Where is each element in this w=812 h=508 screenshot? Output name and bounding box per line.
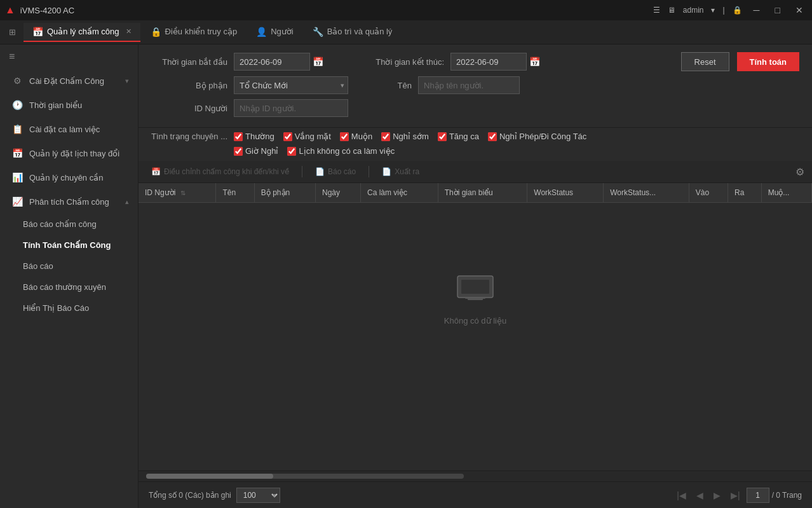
close-btn[interactable]: ✕ (792, 4, 807, 17)
tab-attendance-close[interactable]: ✕ (126, 27, 132, 36)
end-date-input[interactable] (450, 53, 527, 71)
sidebar-toggle[interactable]: ≡ (0, 45, 138, 69)
col-bo-phan[interactable]: Bộ phận (254, 183, 315, 203)
sidebar-item-bao-cao-label: Báo cáo (23, 261, 53, 271)
sidebar-item-hien-thi-bao-cao-label: Hiển Thị Báo Cáo (23, 303, 89, 313)
checkbox-lich-khong-co-label: Lịch không có ca làm việc (299, 146, 395, 156)
lock-icon[interactable]: 🔒 (733, 6, 742, 15)
per-page-select-wrapper: 100 10 20 50 200 (236, 488, 280, 503)
content-area: Thời gian bắt đầu 📅 Thời gian kết thúc: … (139, 45, 812, 508)
checkbox-thuong-input[interactable] (234, 132, 243, 141)
page-prev-button[interactable]: ◀ (693, 490, 707, 501)
col-thoi-gian-bieu[interactable]: Thời gian biểu (438, 183, 527, 203)
id-nguoi-label: ID Người (151, 104, 234, 113)
per-page-select[interactable]: 100 10 20 50 200 (236, 488, 280, 503)
checkbox-thuong[interactable]: Thường (234, 132, 274, 141)
ten-input[interactable] (418, 76, 520, 94)
chart-icon: 📊 (11, 172, 23, 182)
col-muon[interactable]: Muộ... (761, 183, 811, 203)
checkbox-vang-mat[interactable]: Vắng mặt (283, 132, 331, 141)
checkbox-tang-ca-input[interactable] (438, 132, 447, 141)
checkbox-gio-nghi-input[interactable] (234, 147, 243, 156)
checkbox-lich-khong-co[interactable]: Lịch không có ca làm việc (287, 146, 395, 156)
sidebar-item-bao-cao-cham-cong[interactable]: Báo cáo chấm công (0, 214, 138, 235)
checkbox-lich-khong-co-input[interactable] (287, 147, 296, 156)
checkbox-area: Tình trạng chuyên ... Thường Vắng mặt Mu… (139, 128, 812, 145)
calculate-button[interactable]: Tính toán (737, 52, 800, 71)
col-workstatus[interactable]: WorkStatus (527, 183, 604, 203)
ten-label: Tên (386, 81, 418, 90)
toolbar-btn-dieu-chinh[interactable]: 📅 Điều chỉnh chấm công khi đến/khi về (146, 165, 294, 179)
page-next-button[interactable]: ▶ (710, 490, 724, 501)
admin-user[interactable]: admin (683, 6, 704, 15)
sidebar-item-bao-cao-thuong-xuyen-label: Báo cáo thường xuyên (23, 282, 106, 292)
checkbox-gio-nghi[interactable]: Giờ Nghỉ (234, 146, 278, 156)
data-table: ID Người ⇅ Tên Bộ phận Ngày Ca làm việc … (139, 183, 812, 203)
checkbox-area-row2: Giờ Nghỉ Lịch không có ca làm việc (139, 145, 812, 161)
end-date-calendar-icon[interactable]: 📅 (529, 57, 540, 67)
checkbox-nghi-som[interactable]: Nghỉ sớm (381, 132, 429, 141)
empty-state: Không có dữ liệu (139, 203, 812, 394)
checkbox-muon[interactable]: Muộn (340, 132, 372, 141)
sidebar-item-hien-thi-bao-cao[interactable]: Hiển Thị Báo Cáo (0, 298, 138, 319)
sidebar-item-phan-tich[interactable]: 📈 Phân tích Chấm công ▴ (0, 189, 138, 214)
checkbox-nghi-phep[interactable]: Nghỉ Phép/Đi Công Tác (488, 132, 586, 141)
col-ca-lam-viec[interactable]: Ca làm việc (360, 183, 438, 203)
checkbox-tang-ca[interactable]: Tăng ca (438, 132, 479, 141)
tab-attendance[interactable]: 📅 Quản lý chấm công ✕ (24, 23, 140, 42)
checkbox-nghi-som-input[interactable] (381, 132, 390, 141)
sidebar-item-bao-cao[interactable]: Báo cáo (0, 256, 138, 277)
start-date-calendar-icon[interactable]: 📅 (313, 57, 323, 67)
checkbox-muon-input[interactable] (340, 132, 349, 141)
tab-maintenance-label: Bảo trì và quản lý (327, 27, 393, 36)
col-vao[interactable]: Vào (689, 183, 727, 203)
checkbox-vang-mat-input[interactable] (283, 132, 292, 141)
col-workstatus2[interactable]: WorkStatus... (604, 183, 689, 203)
sidebar-item-quan-ly-lich[interactable]: 📅 Quản lý đặt lịch thay đổi (0, 141, 138, 165)
horizontal-scrollbar[interactable] (146, 474, 464, 479)
sidebar-item-tinh-toan[interactable]: Tính Toán Chấm Công (0, 235, 138, 256)
bo-phan-select[interactable]: Tổ Chức Mới (234, 76, 348, 94)
tinh-trang-label: Tình trạng chuyên ... (151, 132, 234, 141)
filter-row-2: Bộ phận Tổ Chức Mới Tên (151, 76, 799, 94)
col-ngay[interactable]: Ngày (315, 183, 360, 203)
tab-maintenance[interactable]: 🔧 Bảo trì và quản lý (304, 23, 402, 42)
settings-gear-icon[interactable]: ⚙ (795, 166, 804, 178)
sidebar-item-cai-dat-ca[interactable]: 📋 Cài đặt ca làm việc (0, 117, 138, 141)
sidebar-item-quan-ly-chuyen[interactable]: 📊 Quản lý chuyên cần (0, 165, 138, 189)
col-id-nguoi[interactable]: ID Người ⇅ (139, 183, 216, 203)
tab-access[interactable]: 🔒 Điều khiển truy cập (142, 23, 247, 42)
col-ra[interactable]: Ra (728, 183, 762, 203)
app-title: iVMS-4200 AC (20, 6, 74, 15)
sidebar-item-cai-dat[interactable]: ⚙ Cài Đặt Chấm Công ▾ (0, 69, 138, 93)
menu-icon[interactable]: ☰ (653, 6, 660, 15)
monitor-icon[interactable]: 🖥 (668, 6, 675, 15)
maximize-btn[interactable]: □ (771, 4, 784, 17)
start-date-label: Thời gian bắt đầu (151, 57, 234, 67)
reset-button[interactable]: Reset (681, 52, 729, 71)
id-nguoi-input[interactable] (234, 99, 348, 117)
toolbar-btn-bao-cao[interactable]: 📄 Báo cáo (310, 165, 361, 179)
sidebar-item-thoi-gian-bieu[interactable]: 🕐 Thời gian biểu (0, 93, 138, 117)
tab-maintenance-icon: 🔧 (313, 27, 323, 37)
clipboard-icon: 📋 (11, 124, 23, 134)
apps-grid-button[interactable]: ⊞ (3, 24, 22, 41)
page-total: / 0 Trang (772, 491, 802, 500)
toolbar-separator-1 (302, 166, 302, 177)
tab-person[interactable]: 👤 Người (247, 23, 302, 42)
checkbox-nghi-phep-input[interactable] (488, 132, 497, 141)
start-date-input[interactable] (234, 53, 310, 71)
page-last-button[interactable]: ▶| (727, 490, 744, 501)
minimize-btn[interactable]: ─ (750, 4, 764, 17)
sidebar-item-bao-cao-thuong-xuyen[interactable]: Báo cáo thường xuyên (0, 277, 138, 298)
dropdown-icon[interactable]: ▾ (711, 6, 715, 15)
chevron-down-icon: ▾ (125, 77, 129, 85)
page-first-button[interactable]: |◀ (673, 490, 690, 501)
col-ten[interactable]: Tên (216, 183, 254, 203)
tab-person-icon: 👤 (256, 27, 267, 37)
toolbar-btn-xuat-ra[interactable]: 📄 Xuất ra (377, 165, 424, 179)
export-icon: 📄 (382, 167, 391, 176)
page-number-input[interactable] (747, 488, 769, 503)
checkbox-group-row1: Thường Vắng mặt Muộn Nghỉ sớm Tăng ca (234, 132, 586, 141)
start-date-group: 📅 (234, 53, 323, 71)
